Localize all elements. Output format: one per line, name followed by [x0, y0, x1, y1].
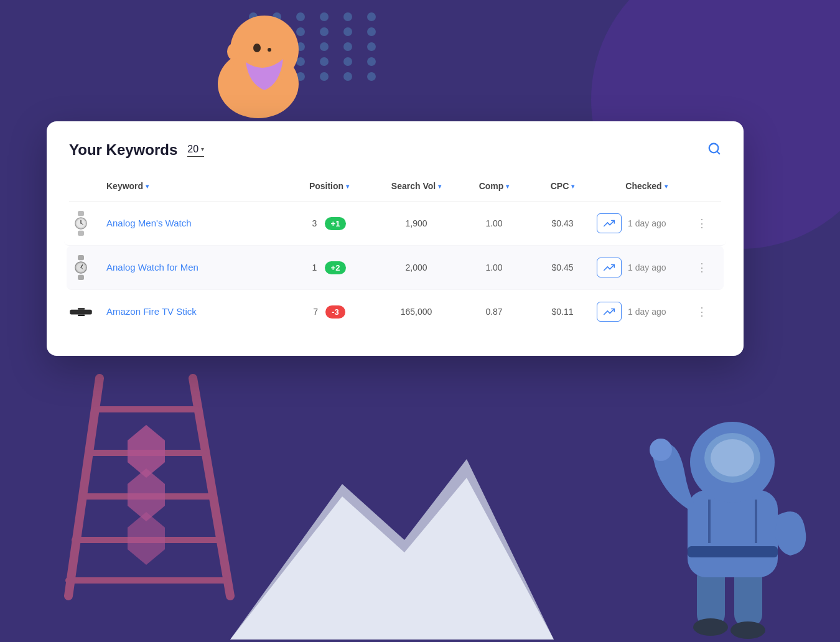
table-header: Keyword ▾ Position ▾ Search Vol ▾ Comp ▾… — [69, 176, 721, 202]
position-sort-icon: ▾ — [346, 183, 349, 190]
svg-point-17 — [693, 618, 728, 636]
keyword-sort-icon: ▾ — [146, 183, 149, 190]
comp-cell-1: 1.00 — [460, 218, 528, 228]
svg-rect-43 — [78, 314, 85, 316]
card-header: Your Keywords 20 ▾ — [69, 141, 721, 159]
search-vol-cell-3: 165,000 — [373, 307, 460, 317]
position-num-1: 3 — [312, 218, 320, 228]
search-button[interactable] — [707, 142, 721, 159]
count-value: 20 — [187, 144, 198, 155]
title-area: Your Keywords 20 ▾ — [69, 141, 204, 159]
search-vol-cell-2: 2,000 — [373, 263, 460, 272]
svg-rect-42 — [78, 308, 85, 310]
checked-time-1: 1 day ago — [628, 218, 666, 228]
svg-point-21 — [650, 439, 672, 461]
keyword-link-3[interactable]: Amazon Fire TV Stick — [106, 306, 197, 317]
position-badge-2: +2 — [325, 261, 347, 274]
more-button-1[interactable]: ⋮ — [696, 216, 707, 230]
checked-cell-3: 1 day ago — [597, 302, 696, 322]
position-cell-1: 3 +1 — [286, 217, 373, 230]
more-actions-3[interactable]: ⋮ — [696, 305, 721, 319]
product-image-1 — [69, 212, 93, 235]
keywords-card: Your Keywords 20 ▾ Keyword ▾ Position — [47, 121, 744, 356]
more-actions-1[interactable]: ⋮ — [696, 216, 721, 230]
svg-point-3 — [268, 48, 271, 52]
checked-cell-2: 1 day ago — [597, 258, 696, 277]
col-comp[interactable]: Comp ▾ — [460, 181, 528, 191]
svg-rect-20 — [688, 546, 778, 557]
keywords-table: Keyword ▾ Position ▾ Search Vol ▾ Comp ▾… — [69, 176, 721, 333]
position-cell-3: 7 -3 — [286, 305, 373, 319]
svg-line-28 — [717, 151, 719, 154]
more-button-2[interactable]: ⋮ — [696, 261, 707, 274]
svg-rect-19 — [688, 490, 778, 577]
position-num-3: 7 — [313, 307, 320, 317]
keyword-cell-3[interactable]: Amazon Fire TV Stick — [106, 306, 286, 317]
svg-point-2 — [253, 44, 261, 52]
svg-rect-36 — [78, 275, 84, 280]
card-title: Your Keywords — [69, 141, 177, 159]
col-search-vol[interactable]: Search Vol ▾ — [373, 181, 460, 191]
position-num-2: 1 — [312, 263, 320, 272]
chart-button-2[interactable] — [597, 258, 622, 277]
col-cpc[interactable]: CPC ▾ — [528, 181, 597, 191]
search-vol-cell-1: 1,900 — [373, 218, 460, 228]
svg-point-4 — [227, 44, 240, 60]
search-vol-sort-icon: ▾ — [438, 183, 441, 190]
checked-cell-1: 1 day ago — [597, 213, 696, 233]
chart-button-3[interactable] — [597, 302, 622, 322]
comp-sort-icon: ▾ — [506, 183, 509, 190]
table-row: Analog Watch for Men 1 +2 2,000 1.00 $0.… — [67, 246, 724, 290]
table-row: Analog Men's Watch 3 +1 1,900 1.00 $0.43… — [64, 202, 726, 246]
position-cell-2: 1 +2 — [286, 261, 373, 274]
comp-cell-2: 1.00 — [460, 263, 528, 272]
ladder-decoration — [50, 366, 261, 605]
svg-point-18 — [730, 621, 765, 639]
comp-cell-3: 0.87 — [460, 307, 528, 317]
cpc-cell-3: $0.11 — [528, 307, 597, 317]
position-badge-1: +1 — [325, 217, 347, 230]
checked-time-2: 1 day ago — [628, 263, 666, 272]
keyword-cell-2[interactable]: Analog Watch for Men — [106, 262, 286, 273]
col-checked[interactable]: Checked ▾ — [597, 181, 696, 191]
col-keyword[interactable]: Keyword ▾ — [106, 181, 286, 191]
checked-sort-icon: ▾ — [665, 183, 668, 190]
svg-marker-14 — [128, 512, 165, 565]
more-button-3[interactable]: ⋮ — [696, 305, 707, 319]
table-row: Amazon Fire TV Stick 7 -3 165,000 0.87 $… — [64, 290, 726, 333]
mountain-decoration — [230, 447, 554, 642]
mascot-bottom — [647, 366, 815, 642]
svg-rect-30 — [78, 231, 84, 236]
svg-rect-41 — [70, 310, 91, 315]
keyword-link-2[interactable]: Analog Watch for Men — [106, 262, 198, 272]
product-image-2 — [69, 256, 93, 279]
svg-rect-35 — [78, 255, 84, 260]
mascot-top — [184, 3, 333, 130]
chevron-down-icon: ▾ — [201, 146, 204, 152]
svg-rect-29 — [78, 211, 84, 216]
svg-point-24 — [711, 439, 754, 477]
keyword-cell-1[interactable]: Analog Men's Watch — [106, 218, 286, 229]
count-dropdown[interactable]: 20 ▾ — [187, 144, 204, 157]
keyword-link-1[interactable]: Analog Men's Watch — [106, 218, 192, 228]
position-badge-3: -3 — [325, 305, 345, 319]
cpc-sort-icon: ▾ — [571, 183, 574, 190]
col-position[interactable]: Position ▾ — [286, 181, 373, 191]
checked-time-3: 1 day ago — [628, 307, 666, 317]
more-actions-2[interactable]: ⋮ — [696, 261, 721, 274]
cpc-cell-1: $0.43 — [528, 218, 597, 228]
product-image-3 — [69, 300, 93, 323]
cpc-cell-2: $0.45 — [528, 263, 597, 272]
chart-button-1[interactable] — [597, 213, 622, 233]
